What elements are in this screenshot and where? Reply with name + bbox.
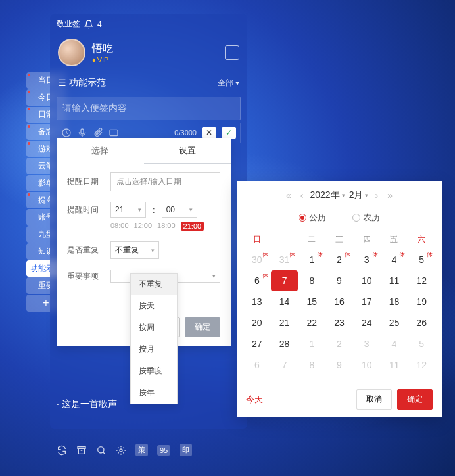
calendar-day[interactable]: 1休 xyxy=(298,249,325,270)
filter-all[interactable]: 全部 ▾ xyxy=(218,78,239,89)
calendar-day[interactable]: 22 xyxy=(298,312,325,333)
calendar-day[interactable]: 6 xyxy=(243,354,271,375)
bell-icon[interactable] xyxy=(84,20,93,29)
calendar-day[interactable]: 13 xyxy=(243,291,271,312)
settings-tabs: 选择 设置 xyxy=(57,138,231,164)
next-month-icon[interactable]: › xyxy=(372,190,381,201)
calendar-day[interactable]: 10 xyxy=(353,354,381,375)
time-preset[interactable]: 08:00 xyxy=(110,222,129,231)
calendar-day[interactable]: 15 xyxy=(298,291,325,312)
repeat-option[interactable]: 按月 xyxy=(131,339,177,360)
calendar-day[interactable]: 31休 xyxy=(271,249,299,270)
calendar-day[interactable]: 5休 xyxy=(408,249,435,270)
calendar-day[interactable]: 12 xyxy=(408,354,435,375)
calendar-day[interactable]: 8 xyxy=(298,270,325,291)
calendar-type-solar[interactable]: 公历 xyxy=(299,212,326,224)
settings-icon[interactable] xyxy=(116,445,126,456)
repeat-option[interactable]: 按季度 xyxy=(131,360,177,382)
notif-count: 4 xyxy=(97,20,102,29)
bottom-bar: 策 95 印 xyxy=(57,444,192,456)
minute-select[interactable]: 00 xyxy=(162,202,197,218)
badge-3[interactable]: 印 xyxy=(180,444,192,456)
calendar-day[interactable]: 1 xyxy=(298,333,325,354)
hour-select[interactable]: 21 xyxy=(110,202,146,218)
svg-rect-3 xyxy=(78,446,85,448)
calendar-day[interactable]: 14 xyxy=(271,291,299,312)
calendar-day[interactable]: 16 xyxy=(325,291,353,312)
tab-select[interactable]: 选择 xyxy=(57,138,144,164)
time-preset[interactable]: 21:00 xyxy=(181,222,204,231)
month-select[interactable]: 2月 xyxy=(349,189,369,201)
calendar-day[interactable]: 2 xyxy=(325,333,353,354)
calendar-day[interactable]: 4休 xyxy=(381,249,408,270)
prev-year-icon[interactable]: « xyxy=(283,190,294,201)
today-link[interactable]: 今天 xyxy=(246,394,263,406)
calendar-day[interactable]: 24 xyxy=(353,312,381,333)
mic-icon[interactable] xyxy=(77,128,87,138)
calendar-day[interactable]: 8 xyxy=(298,354,325,375)
calendar-icon[interactable] xyxy=(225,45,239,60)
archive-icon[interactable] xyxy=(76,445,87,456)
avatar[interactable] xyxy=(58,39,85,66)
calendar-day[interactable]: 7 xyxy=(271,354,299,375)
calendar-day[interactable]: 6休 xyxy=(243,270,271,291)
clock-icon[interactable] xyxy=(61,128,72,138)
repeat-option[interactable]: 按年 xyxy=(131,382,177,404)
badge-2[interactable]: 95 xyxy=(157,445,170,456)
dow: 四 xyxy=(353,230,381,249)
date-label: 提醒日期 xyxy=(67,176,104,187)
calendar-day[interactable]: 10 xyxy=(353,270,381,291)
calendar-day[interactable]: 19 xyxy=(408,291,435,312)
next-year-icon[interactable]: » xyxy=(385,190,395,201)
important-label: 重要事项 xyxy=(67,271,104,282)
date-input[interactable]: 点击选择/输入日期 xyxy=(110,172,220,191)
list-icon: ☰ xyxy=(58,78,66,88)
calendar-day[interactable]: 4 xyxy=(381,333,408,354)
cancel-note-button[interactable]: ✕ xyxy=(202,127,216,139)
calendar-day[interactable]: 5 xyxy=(408,333,435,354)
calendar-day[interactable]: 20 xyxy=(243,312,271,333)
calendar-day[interactable]: 21 xyxy=(271,312,299,333)
calendar-day[interactable]: 17 xyxy=(353,291,381,312)
confirm-button[interactable]: 确定 xyxy=(185,317,220,337)
attach-icon[interactable] xyxy=(93,128,103,138)
calendar-cancel-button[interactable]: 取消 xyxy=(356,389,392,410)
calendar-day[interactable]: 25 xyxy=(381,312,408,333)
confirm-note-button[interactable]: ✓ xyxy=(222,127,236,139)
calendar-confirm-button[interactable]: 确定 xyxy=(397,389,433,410)
calendar-day[interactable]: 30休 xyxy=(243,249,271,270)
time-preset[interactable]: 12:00 xyxy=(134,222,153,231)
image-icon[interactable] xyxy=(108,128,119,138)
year-select[interactable]: 2022年 xyxy=(310,189,345,201)
prev-month-icon[interactable]: ‹ xyxy=(298,190,306,201)
calendar-day[interactable]: 7 xyxy=(271,270,299,291)
calendar-day[interactable]: 9 xyxy=(325,270,353,291)
calendar-day[interactable]: 2休 xyxy=(325,249,353,270)
svg-rect-1 xyxy=(81,129,84,134)
calendar-day[interactable]: 11 xyxy=(381,354,408,375)
repeat-option[interactable]: 不重复 xyxy=(131,274,177,295)
note-input[interactable]: 请输入便签内容 xyxy=(57,97,241,120)
calendar-day[interactable]: 3 xyxy=(353,333,381,354)
badge-1[interactable]: 策 xyxy=(135,444,148,456)
calendar-day[interactable]: 12 xyxy=(408,270,435,291)
calendar-day[interactable]: 27 xyxy=(243,333,271,354)
calendar-day[interactable]: 26 xyxy=(408,312,435,333)
song-item[interactable]: · 这是一首歌声 xyxy=(57,398,117,410)
time-preset[interactable]: 18:00 xyxy=(157,222,176,231)
calendar-day[interactable]: 23 xyxy=(325,312,353,333)
search-icon[interactable] xyxy=(96,445,107,456)
calendar-day[interactable]: 3休 xyxy=(353,249,381,270)
calendar-day[interactable]: 11 xyxy=(381,270,408,291)
calendar-day[interactable]: 9 xyxy=(325,354,353,375)
calendar-day[interactable]: 18 xyxy=(381,291,408,312)
calendar-type-lunar[interactable]: 农历 xyxy=(352,212,380,224)
repeat-dropdown: 不重复按天按周按月按季度按年 xyxy=(130,273,178,404)
tab-settings[interactable]: 设置 xyxy=(144,138,231,164)
calendar-grid: 日一二三四五六30休31休1休2休3休4休5休6休789101112131415… xyxy=(237,230,442,381)
repeat-option[interactable]: 按天 xyxy=(131,295,177,317)
calendar-day[interactable]: 28 xyxy=(271,333,299,354)
repeat-option[interactable]: 按周 xyxy=(131,317,177,339)
repeat-select[interactable]: 不重复 xyxy=(110,241,159,259)
sync-icon[interactable] xyxy=(57,445,67,456)
